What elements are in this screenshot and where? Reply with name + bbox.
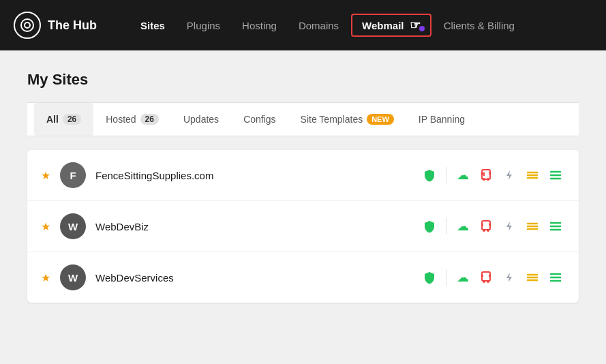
- tab-hosted[interactable]: Hosted 26: [93, 103, 171, 136]
- table-row: ★ F FenceSittingSupplies.com ☁: [27, 150, 579, 201]
- svg-point-1: [25, 22, 30, 28]
- cloud-icon[interactable]: ☁: [453, 166, 472, 185]
- layers-icon[interactable]: [523, 217, 542, 236]
- new-badge: NEW: [367, 114, 394, 125]
- nav: Sites Plugins Hosting Domains Webmail ☞ …: [131, 14, 592, 37]
- tabs-bar: All 26 Hosted 26 Updates Configs Site Te…: [27, 102, 579, 136]
- svg-point-6: [487, 178, 489, 181]
- webmail-dot: [419, 26, 425, 31]
- star-icon[interactable]: ★: [41, 169, 50, 182]
- site-actions: ☁: [420, 268, 565, 287]
- logo-text: The Hub: [48, 18, 97, 33]
- menu-icon[interactable]: [546, 268, 565, 287]
- cursor-indicator: ☞: [410, 18, 421, 32]
- uplugin-icon[interactable]: [476, 217, 496, 236]
- divider: [446, 167, 446, 183]
- nav-sites[interactable]: Sites: [131, 16, 175, 35]
- avatar: F: [60, 162, 86, 188]
- star-icon[interactable]: ★: [41, 220, 50, 233]
- table-row: ★ W WebDevBiz ☁: [27, 201, 579, 252]
- menu-icon[interactable]: [546, 217, 565, 236]
- bolt-icon[interactable]: [500, 217, 519, 236]
- svg-point-0: [21, 19, 33, 31]
- site-actions: ☁: [420, 217, 565, 236]
- avatar: W: [60, 264, 86, 290]
- tab-configs[interactable]: Configs: [231, 103, 288, 136]
- nav-clients-billing[interactable]: Clients & Billing: [434, 16, 524, 35]
- divider: [446, 269, 446, 286]
- svg-marker-21: [506, 222, 512, 231]
- tab-updates[interactable]: Updates: [171, 103, 231, 136]
- tab-site-templates[interactable]: Site Templates NEW: [288, 103, 406, 136]
- menu-icon[interactable]: [546, 166, 565, 185]
- tab-ip-banning[interactable]: IP Banning: [406, 103, 477, 136]
- svg-point-5: [483, 178, 485, 181]
- cloud-icon[interactable]: ☁: [453, 268, 472, 287]
- svg-marker-33: [506, 273, 512, 282]
- main-content: My Sites All 26 Hosted 26 Updates Config…: [0, 50, 606, 323]
- cloud-icon[interactable]: ☁: [453, 217, 472, 236]
- site-actions: ☁: [420, 166, 565, 185]
- nav-webmail[interactable]: Webmail ☞: [351, 14, 431, 37]
- site-name: WebDevBiz: [95, 221, 410, 232]
- logo-icon: [14, 12, 41, 39]
- uplugin-icon[interactable]: [476, 166, 496, 185]
- nav-plugins[interactable]: Plugins: [177, 16, 230, 35]
- bolt-icon[interactable]: [500, 166, 519, 185]
- layers-icon[interactable]: [523, 268, 542, 287]
- page-title: My Sites: [27, 71, 579, 89]
- tab-all[interactable]: All 26: [34, 103, 93, 136]
- logo-area: The Hub: [14, 12, 97, 39]
- svg-marker-9: [506, 170, 512, 180]
- avatar: W: [60, 213, 86, 239]
- nav-domains[interactable]: Domains: [289, 16, 348, 35]
- layers-icon[interactable]: [523, 166, 542, 185]
- shield-icon[interactable]: [420, 268, 439, 287]
- table-row: ★ W WebDevServices ☁: [27, 252, 579, 303]
- shield-icon[interactable]: [420, 217, 439, 236]
- uplugin-icon[interactable]: [476, 268, 496, 287]
- shield-icon[interactable]: [420, 166, 439, 185]
- sites-list: ★ F FenceSittingSupplies.com ☁: [27, 150, 579, 303]
- site-name: WebDevServices: [95, 272, 410, 284]
- star-icon[interactable]: ★: [41, 271, 50, 284]
- site-name: FenceSittingSupplies.com: [95, 170, 410, 181]
- all-count-badge: 26: [63, 114, 81, 125]
- header: The Hub Sites Plugins Hosting Domains We…: [0, 0, 606, 50]
- nav-hosting[interactable]: Hosting: [232, 16, 286, 35]
- hosted-count-badge: 26: [140, 114, 159, 125]
- divider: [446, 218, 446, 234]
- bolt-icon[interactable]: [500, 268, 519, 287]
